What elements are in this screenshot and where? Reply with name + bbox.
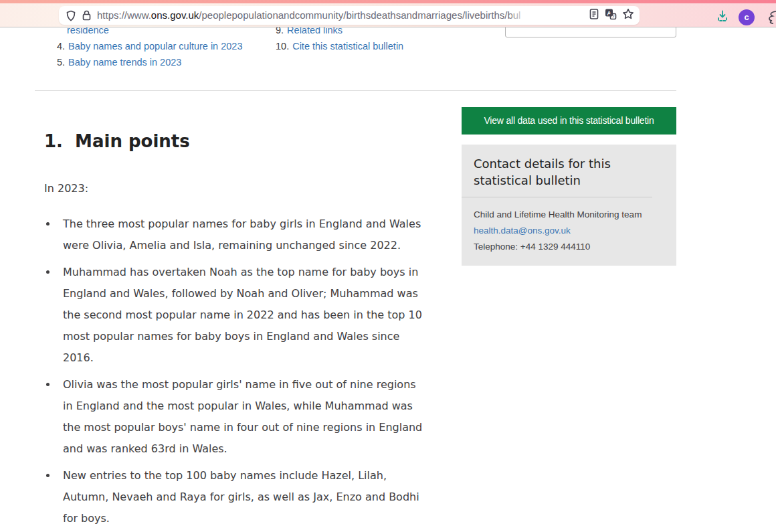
toc-number: 5. (57, 57, 65, 68)
reader-mode-icon[interactable] (589, 8, 599, 23)
section-heading: 1. Main points (44, 129, 459, 153)
view-all-data-button[interactable]: View all data used in this statistical b… (462, 107, 676, 135)
download-icon[interactable] (716, 9, 729, 25)
toc-link[interactable]: Baby name trends in 2023 (68, 57, 181, 68)
toolbar-actions: c (716, 9, 755, 25)
list-item: The three most popular names for baby gi… (58, 213, 424, 256)
toc-link[interactable]: Cite this statistical bulletin (292, 41, 403, 52)
browser-toolbar: https://www.ons.gov.uk/peoplepopulationa… (0, 3, 776, 27)
toc-item-5[interactable]: 5.Baby name trends in 2023 (57, 54, 242, 70)
address-bar[interactable]: https://www.ons.gov.uk/peoplepopulationa… (59, 6, 640, 25)
contact-heading: Contact details for this statistical bul… (462, 145, 652, 197)
url-domain: ons.gov.uk (151, 9, 199, 21)
shield-icon[interactable] (66, 10, 76, 21)
address-bar-actions: A ? (589, 8, 634, 23)
url-path: /peoplepopulationandcommunity/birthsdeat… (199, 9, 520, 21)
translate-icon[interactable]: A ? (604, 8, 617, 23)
intro-text: In 2023: (44, 181, 459, 196)
contact-telephone: Telephone: +44 1329 444110 (474, 239, 664, 255)
extension-c-badge[interactable]: c (739, 9, 755, 25)
bookmark-star-icon[interactable] (622, 8, 634, 23)
toc-link[interactable]: Baby names and popular culture in 2023 (68, 41, 242, 52)
contact-body: Child and Lifetime Health Monitoring tea… (462, 197, 676, 266)
contact-details-box: Contact details for this statistical bul… (462, 145, 676, 266)
main-article: 1. Main points In 2023: The three most p… (44, 129, 459, 532)
list-item: Olivia was the most popular girls' name … (58, 374, 424, 460)
list-item: Muhammad has overtaken Noah as the top n… (58, 262, 424, 369)
lock-icon[interactable] (82, 10, 91, 21)
contact-team: Child and Lifetime Health Monitoring tea… (474, 207, 664, 223)
main-points-list: The three most popular names for baby gi… (44, 213, 459, 529)
toc-item-4[interactable]: 4.Baby names and popular culture in 2023 (57, 38, 242, 54)
url-text[interactable]: https://www.ons.gov.uk/peoplepopulationa… (97, 9, 530, 22)
contact-email-link[interactable]: health.data@ons.gov.uk (474, 226, 571, 236)
list-item: New entries to the top 100 baby names in… (58, 465, 424, 529)
toc-number: 4. (57, 41, 65, 52)
clipped-extension-icon[interactable] (767, 10, 776, 27)
sidebar: View all data used in this statistical b… (462, 107, 676, 266)
svg-text:?: ? (612, 14, 615, 19)
browser-window: https://www.ons.gov.uk/peoplepopulationa… (0, 0, 776, 532)
page-content: residence 4.Baby names and popular cultu… (0, 27, 776, 532)
toc-number: 10. (276, 41, 289, 52)
browser-chrome: https://www.ons.gov.uk/peoplepopulationa… (0, 0, 776, 27)
toc-left-column: residence 4.Baby names and popular cultu… (57, 22, 242, 70)
url-scheme: https://www. (97, 9, 151, 21)
horizontal-divider (35, 90, 676, 91)
toc-item-10[interactable]: 10.Cite this statistical bulletin (276, 38, 403, 54)
